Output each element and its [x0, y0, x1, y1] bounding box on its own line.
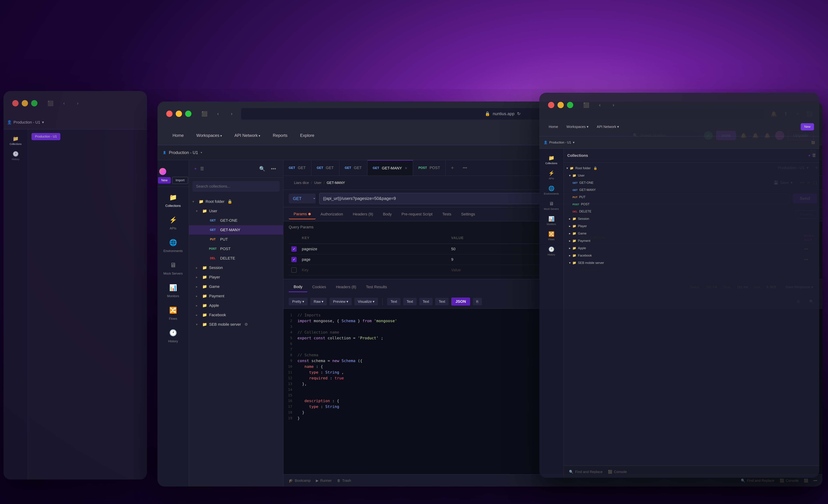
left-invite-btn[interactable]: Production - U1 [32, 133, 60, 140]
tree-root-folder[interactable]: ▾ 📁 Root folder 🔒 [189, 197, 283, 206]
text-btn-1[interactable]: Text [387, 298, 401, 305]
tree-apple[interactable]: ▸ 📁 Apple [189, 301, 283, 310]
param-checkbox-3[interactable] [289, 265, 299, 275]
tree-put[interactable]: PUT PUT [189, 235, 283, 244]
sidebar-toggle-btn[interactable]: ⬛ [200, 110, 209, 118]
sec-delete[interactable]: DEL DELETE [564, 208, 819, 215]
sec-back-btn[interactable]: ‹ [595, 101, 604, 109]
visualize-btn[interactable]: Visualize ▾ [354, 298, 378, 305]
sec-apple[interactable]: ▸ 📁 Apple [564, 245, 819, 252]
tab-get-2[interactable]: GET GET [312, 160, 339, 176]
tab-post[interactable]: POST POST [413, 160, 446, 176]
tab-get-many[interactable]: GET GET-MANY ✕ [367, 160, 413, 176]
copy-response-btn[interactable]: ⎘ [473, 298, 482, 305]
tab-get-3[interactable]: GET GET [339, 160, 367, 176]
sec-sidebar-toggle[interactable]: ⬛ [582, 101, 590, 109]
tab-close-btn[interactable]: ✕ [405, 166, 408, 170]
tab-more-btn[interactable]: ••• [459, 165, 470, 170]
sec-monitors[interactable]: 📊 Monitors [539, 213, 564, 228]
sec-apis[interactable]: ⚡ APIs [539, 167, 564, 183]
pretty-btn[interactable]: Pretty ▾ [289, 298, 307, 305]
resp-tab-test-results[interactable]: Test Results [361, 282, 392, 292]
req-tab-headers[interactable]: Headers (9) [348, 209, 378, 219]
left-close-btn[interactable] [12, 100, 18, 107]
sidebar-collections[interactable]: 📁 Collections [158, 188, 189, 211]
sec-expand-icon[interactable]: ⬛ [812, 141, 815, 144]
sec-player[interactable]: ▸ 📁 Player [564, 222, 819, 230]
left-back-btn[interactable]: ‹ [60, 99, 68, 108]
bottom-bootcamp[interactable]: 🎓 Bootcamp [289, 478, 310, 482]
sec-close-btn[interactable] [548, 102, 554, 108]
req-tab-tests[interactable]: Tests [438, 209, 456, 219]
text-btn-2[interactable]: Text [403, 298, 417, 305]
param-key-3-placeholder[interactable]: Key [299, 265, 449, 275]
sec-flows[interactable]: 🔀 Flows [539, 228, 564, 244]
req-tab-body[interactable]: Body [378, 209, 397, 219]
close-btn[interactable] [166, 111, 172, 117]
sidebar-flows[interactable]: 🔀 Flows [158, 301, 189, 324]
sidebar-environments[interactable]: 🌐 Environments [158, 234, 189, 256]
tree-seb[interactable]: ▾ 📁 SEB mobile server ⚙ [189, 320, 283, 329]
left-workspace-name[interactable]: 👤 Production - U1 ▾ [7, 120, 44, 125]
tree-get-one[interactable]: GET GET-ONE [189, 216, 283, 225]
sidebar-history[interactable]: 🕐 History [158, 324, 189, 347]
sidebar-mock-servers[interactable]: 🖥 Mock Servers [158, 256, 189, 279]
json-btn[interactable]: JSON [451, 297, 470, 305]
req-tab-prescript[interactable]: Pre-request Script [397, 209, 438, 219]
req-tab-auth[interactable]: Authorization [316, 209, 348, 219]
sidebar-apis[interactable]: ⚡ APIs [158, 211, 189, 234]
bottom-find[interactable]: 🔍 Find and Replace [741, 478, 775, 482]
forward-btn[interactable]: › [227, 110, 236, 118]
bottom-expand[interactable]: ⬛ [804, 478, 808, 482]
resp-tab-headers[interactable]: Headers (8) [331, 282, 361, 292]
left-sidebar-history[interactable]: 🕐 History [3, 148, 28, 163]
sec-get-one[interactable]: GET GET-ONE [564, 179, 819, 186]
tab-get-1[interactable]: GET GET [284, 160, 312, 176]
sec-minimize-btn[interactable] [557, 102, 564, 108]
sec-nav-home[interactable]: Home [544, 122, 562, 131]
text-btn-4[interactable]: Text [435, 298, 449, 305]
tree-session[interactable]: ▸ 📁 Session [189, 263, 283, 272]
import-btn[interactable]: Import [172, 177, 188, 184]
bottom-trash[interactable]: 🗑 Trash [337, 478, 351, 482]
sec-nav-workspaces[interactable]: Workspaces ▾ [562, 122, 592, 131]
sec-get-many[interactable]: GET GET-MANY [564, 186, 819, 194]
param-checkbox-2[interactable]: ✓ [289, 254, 299, 265]
req-tab-settings[interactable]: Settings [456, 209, 480, 219]
tree-user-folder[interactable]: ▾ 📁 User [189, 206, 283, 216]
left-sidebar-collections[interactable]: 📁 Collections [3, 133, 28, 148]
nav-reports[interactable]: Reports [266, 129, 294, 141]
tree-get-many[interactable]: GET GET-MANY [189, 225, 283, 235]
sec-game[interactable]: ▸ 📁 Game [564, 230, 819, 237]
sec-list-btn[interactable]: ☰ [812, 153, 816, 158]
sec-environments[interactable]: 🌐 Environments [539, 183, 564, 198]
project-name[interactable] [159, 168, 187, 175]
sec-payment[interactable]: ▸ 📁 Payment [564, 237, 819, 245]
sec-forward-btn[interactable]: › [609, 101, 618, 109]
sec-find[interactable]: 🔍 Find and Replace [569, 470, 603, 474]
tree-player[interactable]: ▸ 📁 Player [189, 272, 283, 282]
more-collections-btn[interactable]: ••• [269, 164, 278, 173]
plus-icon[interactable]: + [194, 166, 197, 171]
fullscreen-btn[interactable] [185, 111, 192, 117]
left-sidebar-toggle[interactable]: ⬛ [46, 99, 54, 108]
tree-post[interactable]: POST POST [189, 244, 283, 254]
left-forward-btn[interactable]: › [74, 99, 82, 108]
tree-delete[interactable]: DEL DELETE [189, 254, 283, 263]
sec-user-folder[interactable]: ▾ 📁 User [564, 172, 819, 179]
sec-workspace-name[interactable]: 👤 Production - U1 ▾ [544, 140, 574, 144]
resp-tab-body[interactable]: Body [289, 282, 307, 292]
sec-put[interactable]: PUT PUT [564, 194, 819, 201]
req-tab-params[interactable]: Params [289, 209, 316, 219]
left-minimize-btn[interactable] [22, 100, 28, 107]
preview-btn[interactable]: Preview ▾ [329, 298, 352, 305]
sec-history[interactable]: 🕐 History [539, 244, 564, 259]
sec-session[interactable]: ▸ 📁 Session [564, 215, 819, 222]
sec-post[interactable]: POST POST [564, 201, 819, 208]
sec-console[interactable]: ⬛ Console [608, 470, 627, 474]
collection-search-input[interactable] [193, 181, 280, 192]
sec-facebook[interactable]: ▸ 📁 Facebook [564, 252, 819, 259]
sec-fullscreen-btn[interactable] [567, 102, 573, 108]
minimize-btn[interactable] [176, 111, 182, 117]
bottom-more[interactable]: ••• [814, 478, 817, 482]
